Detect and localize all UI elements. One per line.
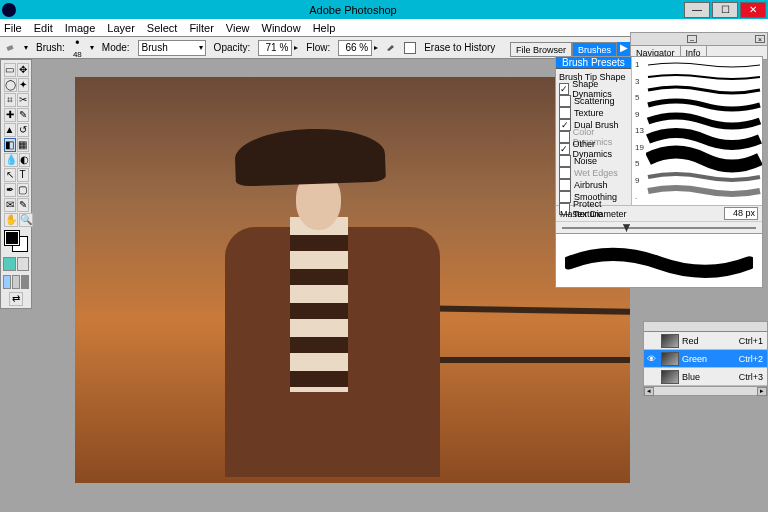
eraser-tool-icon bbox=[6, 42, 16, 54]
hand-tool[interactable]: ✋ bbox=[4, 213, 18, 227]
foreground-color[interactable] bbox=[5, 231, 19, 245]
scroll-right-icon[interactable]: ▸ bbox=[757, 387, 767, 396]
checkbox-icon[interactable] bbox=[559, 191, 571, 203]
menu-help[interactable]: Help bbox=[313, 22, 336, 34]
checkbox-icon[interactable] bbox=[559, 155, 571, 167]
document-image bbox=[75, 77, 630, 483]
eyedropper-tool[interactable]: ✎ bbox=[17, 198, 29, 212]
pen-tool[interactable]: ✒ bbox=[4, 183, 16, 197]
menu-select[interactable]: Select bbox=[147, 22, 178, 34]
standard-mode-button[interactable] bbox=[3, 257, 16, 271]
checkbox-icon[interactable]: ✓ bbox=[559, 143, 570, 155]
brush-label: Brush: bbox=[36, 42, 65, 53]
tab-brushes[interactable]: Brushes bbox=[572, 42, 617, 57]
menu-window[interactable]: Window bbox=[262, 22, 301, 34]
dodge-tool[interactable]: ◐ bbox=[19, 153, 30, 167]
maximize-button[interactable]: ☐ bbox=[712, 2, 738, 18]
eraser-tool[interactable]: ◧ bbox=[4, 138, 16, 152]
checkbox-icon bbox=[559, 131, 570, 143]
menu-image[interactable]: Image bbox=[65, 22, 96, 34]
heal-tool[interactable]: ✚ bbox=[4, 108, 16, 122]
quickmask-mode-button[interactable] bbox=[17, 257, 30, 271]
menu-view[interactable]: View bbox=[226, 22, 250, 34]
brushes-panel: Brush Presets Brush Tip Shape ✓Shape Dyn… bbox=[555, 56, 763, 288]
path-tool[interactable]: ↖ bbox=[4, 168, 16, 182]
channel-row-blue[interactable]: BlueCtrl+3 bbox=[644, 368, 767, 386]
type-tool[interactable]: T bbox=[17, 168, 29, 182]
opacity-chevron-icon[interactable]: ▸ bbox=[294, 43, 298, 52]
shape-tool[interactable]: ▢ bbox=[17, 183, 29, 197]
menu-file[interactable]: File bbox=[4, 22, 22, 34]
flow-input[interactable]: 66 % bbox=[338, 40, 372, 56]
panel-titlebar[interactable]: – × bbox=[630, 32, 768, 46]
color-swatches[interactable] bbox=[3, 231, 29, 253]
brush-tool[interactable]: ✎ bbox=[17, 108, 29, 122]
panel-close-icon[interactable]: × bbox=[755, 35, 765, 43]
stamp-tool[interactable]: ▲ bbox=[4, 123, 16, 137]
visibility-icon[interactable]: 👁 bbox=[644, 354, 658, 364]
move-tool[interactable]: ✥ bbox=[17, 63, 29, 77]
master-diameter-input[interactable]: 48 px bbox=[724, 207, 758, 220]
checkbox-icon bbox=[559, 167, 571, 179]
channels-panel: RedCtrl+1👁GreenCtrl+2BlueCtrl+3 ◂ ▸ bbox=[643, 321, 768, 396]
menu-edit[interactable]: Edit bbox=[34, 22, 53, 34]
marquee-tool[interactable]: ▭ bbox=[4, 63, 16, 77]
menu-filter[interactable]: Filter bbox=[189, 22, 213, 34]
opacity-label: Opacity: bbox=[214, 42, 251, 53]
titlebar: Adobe Photoshop — ☐ ✕ bbox=[0, 0, 768, 19]
erase-history-checkbox[interactable] bbox=[404, 42, 416, 54]
erase-history-label: Erase to History bbox=[424, 42, 495, 53]
jump-to-button[interactable]: ⇄ bbox=[9, 292, 23, 306]
brush-option-other-dynamics[interactable]: ✓Other Dynamics bbox=[559, 143, 628, 155]
zoom-tool[interactable]: 🔍 bbox=[19, 213, 33, 227]
notes-tool[interactable]: ✉ bbox=[4, 198, 16, 212]
minimize-button[interactable]: — bbox=[684, 2, 710, 18]
channel-thumb bbox=[661, 370, 679, 384]
svg-rect-0 bbox=[6, 45, 13, 51]
history-brush-tool[interactable]: ↺ bbox=[17, 123, 29, 137]
brush-stroke-list[interactable]: 1359131959. bbox=[632, 57, 762, 205]
tab-arrow-icon: ▶ bbox=[617, 42, 631, 57]
canvas[interactable] bbox=[75, 77, 630, 483]
blur-tool[interactable]: 💧 bbox=[4, 153, 18, 167]
checkbox-icon[interactable] bbox=[559, 107, 571, 119]
opacity-input[interactable]: 71 % bbox=[258, 40, 292, 56]
panel-minimize-icon[interactable]: – bbox=[687, 35, 697, 43]
window-title: Adobe Photoshop bbox=[22, 4, 684, 16]
channel-thumb bbox=[661, 334, 679, 348]
brush-option-texture[interactable]: Texture bbox=[559, 107, 628, 119]
toolbox: ▭✥ ◯✦ ⌗✂ ✚✎ ▲↺ ◧▦ 💧◐ ↖T ✒▢ ✉✎ ✋🔍 ⇄ bbox=[0, 59, 32, 309]
menu-layer[interactable]: Layer bbox=[107, 22, 135, 34]
scroll-left-icon[interactable]: ◂ bbox=[644, 387, 654, 396]
master-diameter-slider[interactable] bbox=[556, 221, 762, 233]
crop-tool[interactable]: ⌗ bbox=[4, 93, 16, 107]
checkbox-icon[interactable] bbox=[559, 179, 571, 191]
lasso-tool[interactable]: ◯ bbox=[4, 78, 17, 92]
mode-dropdown[interactable]: Brush bbox=[138, 40, 206, 56]
wand-tool[interactable]: ✦ bbox=[18, 78, 29, 92]
screen-full-button[interactable] bbox=[21, 275, 29, 289]
checkbox-icon[interactable] bbox=[559, 95, 571, 107]
slice-tool[interactable]: ✂ bbox=[17, 93, 29, 107]
channel-row-red[interactable]: RedCtrl+1 bbox=[644, 332, 767, 350]
panel-scrollbar[interactable]: ◂ ▸ bbox=[644, 386, 767, 395]
app-logo-icon bbox=[2, 3, 16, 17]
screen-standard-button[interactable] bbox=[3, 275, 11, 289]
tool-preset-dropdown[interactable]: ▾ bbox=[24, 43, 28, 52]
airbrush-icon[interactable] bbox=[386, 42, 396, 54]
brush-dropdown-icon[interactable]: ▾ bbox=[90, 43, 94, 52]
mode-label: Mode: bbox=[102, 42, 130, 53]
tab-file-browser[interactable]: File Browser bbox=[510, 42, 572, 57]
close-button[interactable]: ✕ bbox=[740, 2, 766, 18]
flow-chevron-icon[interactable]: ▸ bbox=[374, 43, 378, 52]
brush-picker[interactable]: • 48 bbox=[73, 36, 82, 59]
channel-thumb bbox=[661, 352, 679, 366]
gradient-tool[interactable]: ▦ bbox=[17, 138, 29, 152]
channel-row-green[interactable]: 👁GreenCtrl+2 bbox=[644, 350, 767, 368]
brush-option-shape-dynamics[interactable]: ✓Shape Dynamics bbox=[559, 83, 628, 95]
screen-full-menu-button[interactable] bbox=[12, 275, 20, 289]
brush-option-airbrush[interactable]: Airbrush bbox=[559, 179, 628, 191]
brush-presets-header[interactable]: Brush Presets bbox=[556, 57, 631, 69]
checkbox-icon[interactable]: ✓ bbox=[559, 119, 571, 131]
checkbox-icon[interactable]: ✓ bbox=[559, 83, 569, 95]
